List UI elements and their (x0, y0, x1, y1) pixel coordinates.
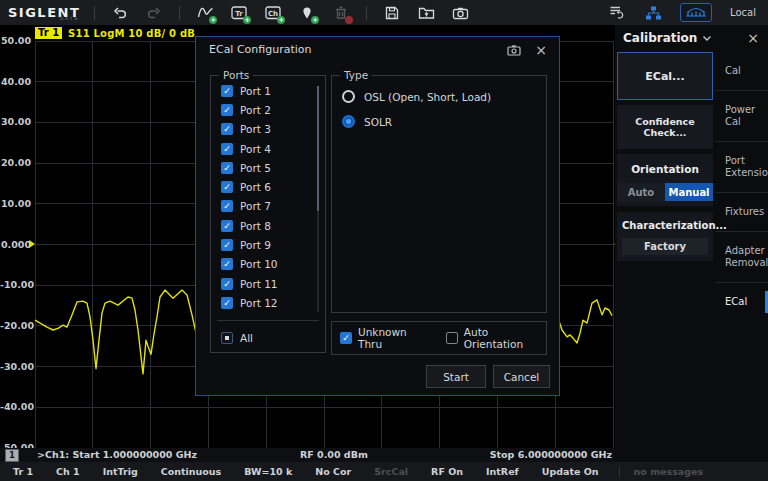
port-checkbox[interactable] (221, 278, 233, 290)
calibration-menu: Cal Power Cal Port Extension Fixtures Ad… (715, 52, 768, 321)
port-checkbox-row[interactable]: Port 3 (221, 120, 278, 139)
port-checkbox-row[interactable]: Port 9 (221, 235, 278, 254)
redo-button[interactable] (145, 4, 163, 22)
sidebar-menu-item[interactable]: Cal (715, 52, 768, 90)
channel-number-badge[interactable]: 1 (5, 449, 19, 462)
port-checkbox-row[interactable]: Port 12 (221, 293, 278, 312)
save-button[interactable] (383, 4, 401, 22)
port-checkbox-row[interactable]: Port 7 (221, 197, 278, 216)
status-item[interactable]: BW=10 k (244, 466, 292, 477)
add-channel-button[interactable]: Ch + (264, 4, 282, 22)
port-checkbox[interactable] (221, 297, 233, 309)
channel-start-freq[interactable]: >Ch1: Start 1.000000000 GHz (37, 449, 197, 460)
delete-button[interactable] (332, 4, 350, 22)
sidebar-menu-item[interactable]: Power Cal (715, 90, 768, 141)
port-label: Port 12 (240, 297, 278, 309)
characterization-button[interactable]: Characterization... (622, 220, 708, 231)
option-checkbox[interactable] (340, 332, 352, 344)
cancel-button[interactable]: Cancel (493, 365, 550, 388)
dialog-screenshot-button[interactable] (507, 44, 521, 56)
all-ports-checkbox[interactable] (221, 332, 233, 344)
start-button[interactable]: Start (426, 365, 486, 388)
port-checkbox[interactable] (221, 181, 233, 193)
port-checkbox[interactable] (221, 143, 233, 155)
sidebar-close-button[interactable]: × (747, 31, 759, 45)
screenshot-button[interactable] (451, 4, 469, 22)
ports-divider (217, 320, 319, 321)
port-label: Port 9 (240, 239, 271, 251)
option-checkbox-row[interactable]: Unknown Thru (340, 326, 430, 350)
status-item[interactable]: IntTrig (103, 466, 138, 477)
ecal-button[interactable]: ECal... (617, 52, 713, 100)
status-item[interactable]: Continuous (161, 466, 222, 477)
port-checkbox-row[interactable]: Port 5 (221, 158, 278, 177)
camera-icon (452, 5, 469, 21)
type-radio-button[interactable] (342, 115, 355, 128)
port-checkbox[interactable] (221, 239, 233, 251)
port-checkbox-row[interactable]: Port 2 (221, 100, 278, 119)
sidebar-menu-item[interactable]: Port Extension (715, 141, 768, 192)
all-ports-row[interactable]: All (221, 328, 253, 347)
bridge-icon (685, 7, 707, 19)
port-checkbox-row[interactable]: Port 4 (221, 139, 278, 158)
sidebar-menu-item[interactable]: Adapter Removal (715, 231, 768, 282)
port-checkbox[interactable] (221, 162, 233, 174)
layout-refresh-icon (608, 4, 626, 21)
port-checkbox-row[interactable]: Port 1 (221, 81, 278, 100)
status-item[interactable]: SrcCal (374, 466, 408, 477)
type-radio-row[interactable]: OSL (Open, Short, Load) (342, 84, 491, 109)
port-checkbox[interactable] (221, 85, 233, 97)
status-item[interactable]: Tr 1 (13, 466, 33, 477)
option-checkbox-row[interactable]: Auto Orientation (446, 326, 546, 350)
sidebar-title[interactable]: Calibration (623, 31, 697, 45)
status-item[interactable]: Update On (542, 466, 599, 477)
scrollbar-thumb[interactable] (317, 86, 319, 211)
sidebar-menu-item[interactable]: ECal (715, 282, 768, 321)
port-checkbox[interactable] (221, 104, 233, 116)
local-button[interactable]: Local (730, 7, 756, 18)
trace-badge[interactable]: Tr 1 (35, 27, 62, 39)
channel-rf-power[interactable]: RF 0.00 dBm (300, 449, 368, 460)
undo-button[interactable] (111, 4, 129, 22)
port-checkbox[interactable] (221, 200, 233, 212)
type-radio-label: OSL (Open, Short, Load) (364, 91, 491, 103)
port-checkbox-row[interactable]: Port 11 (221, 274, 278, 293)
status-item[interactable]: RF On (431, 466, 463, 477)
status-item[interactable]: Ch 1 (56, 466, 80, 477)
reference-level-marker-left-icon[interactable] (29, 240, 35, 248)
status-item[interactable]: No Cor (315, 466, 351, 477)
port-checkbox[interactable] (221, 220, 233, 232)
ports-scrollbar[interactable] (317, 86, 319, 312)
orientation-manual-option[interactable]: Manual (665, 183, 713, 201)
port-checkbox-row[interactable]: Port 8 (221, 216, 278, 235)
channel-stop-freq[interactable]: Stop 6.000000000 GHz (490, 449, 612, 460)
add-marker-button[interactable]: + (298, 4, 316, 22)
remote-bridge-button[interactable] (680, 3, 712, 22)
port-checkbox-row[interactable]: Port 10 (221, 255, 278, 274)
sidebar-menu-item[interactable]: Fixtures (715, 192, 768, 231)
network-button[interactable] (644, 4, 662, 22)
trace-params-text[interactable]: S11 LogM 10 dB/ 0 dB (68, 28, 195, 39)
sidebar-header: Calibration × (615, 25, 768, 51)
open-file-button[interactable] (417, 4, 435, 22)
orientation-auto-option[interactable]: Auto (617, 183, 665, 201)
port-checkbox-row[interactable]: Port 6 (221, 177, 278, 196)
port-label: Port 11 (240, 278, 278, 290)
chevron-down-icon[interactable] (702, 35, 712, 42)
toolbar: SIGLENT beta + Tr (0, 0, 768, 25)
layout-refresh-button[interactable] (608, 4, 626, 22)
add-trace-button[interactable]: + (196, 4, 214, 22)
factory-button[interactable]: Factory (622, 238, 708, 255)
ports-group: Ports Port 1 Port 2 Port 3 (210, 75, 326, 353)
type-radio-button[interactable] (342, 90, 355, 103)
type-radio-row[interactable]: SOLR (342, 109, 491, 134)
port-checkbox[interactable] (221, 258, 233, 270)
dialog-close-button[interactable]: × (535, 43, 547, 57)
confidence-check-button[interactable]: Confidence Check... (617, 105, 713, 149)
port-checkbox[interactable] (221, 123, 233, 135)
status-item[interactable]: IntRef (486, 466, 519, 477)
add-tr-window-button[interactable]: Tr + (230, 4, 248, 22)
calibration-sidebar: Calibration × ECal... Confidence Check..… (615, 25, 768, 462)
option-checkbox[interactable] (446, 332, 458, 344)
y-axis-label: -30.00 (0, 361, 31, 372)
